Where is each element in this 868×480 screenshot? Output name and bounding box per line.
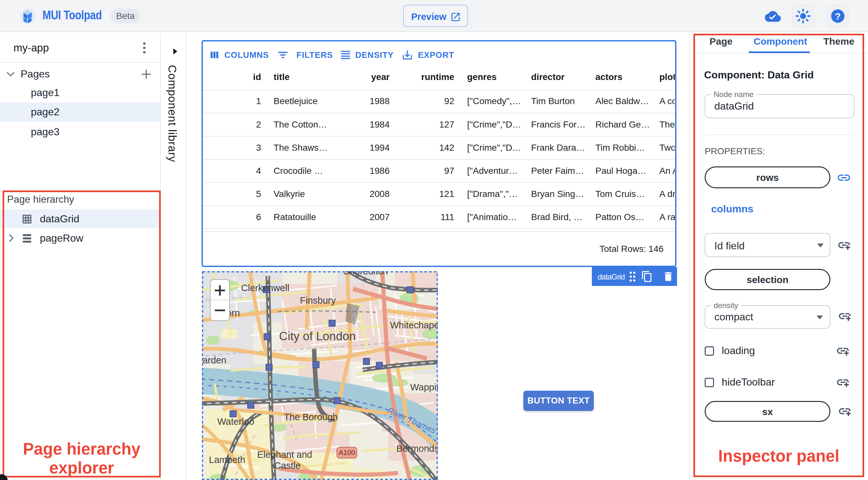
- svg-text:Waterloo: Waterloo: [217, 416, 254, 427]
- svg-text:Bermondse: Bermondse: [396, 443, 438, 454]
- svg-text:City of London: City of London: [279, 330, 356, 343]
- svg-text:Castle: Castle: [274, 460, 301, 471]
- svg-text:Elephant and: Elephant and: [257, 449, 312, 460]
- svg-text:A100: A100: [339, 449, 355, 456]
- svg-text:Clerkenwell: Clerkenwell: [241, 283, 289, 293]
- svg-text:Wapping: Wapping: [410, 382, 438, 392]
- svg-text:?: ?: [835, 11, 841, 22]
- svg-text:The Borough: The Borough: [284, 412, 338, 422]
- svg-text:Lambeth: Lambeth: [209, 455, 245, 465]
- svg-text:arden: arden: [203, 355, 226, 365]
- svg-text:Finsbury: Finsbury: [300, 295, 336, 306]
- svg-text:Whitechapel: Whitechapel: [390, 320, 438, 330]
